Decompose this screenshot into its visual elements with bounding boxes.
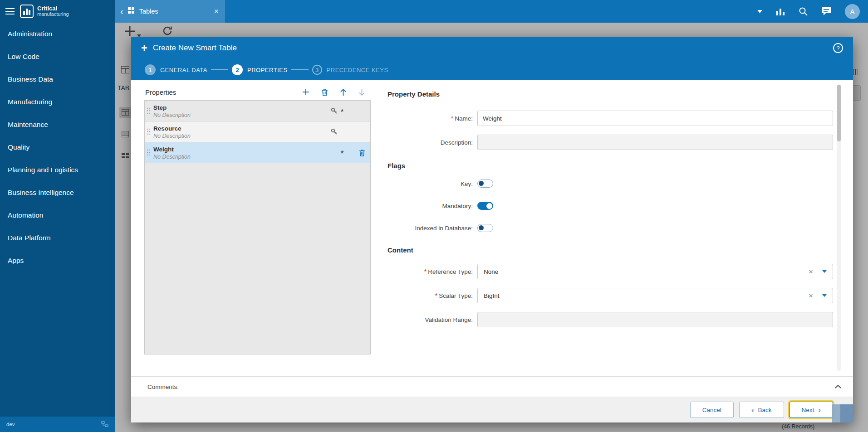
drag-handle-icon[interactable] <box>147 128 150 136</box>
property-row-weight[interactable]: Weight No Description * <box>145 142 370 163</box>
dropdown-caret-icon[interactable] <box>822 294 827 297</box>
sidebar-item-automation[interactable]: Automation <box>0 204 115 227</box>
sidebar-item-business-data[interactable]: Business Data <box>0 68 115 91</box>
drag-handle-icon[interactable] <box>147 107 150 115</box>
clear-icon[interactable]: × <box>809 268 813 276</box>
sidebar-item-planning-and-logistics[interactable]: Planning and Logistics <box>0 159 115 181</box>
sidebar-item-maintenance[interactable]: Maintenance <box>0 113 115 136</box>
sidebar-header: Critical manufacturing <box>0 0 115 23</box>
property-details-panel: Property Details * Name: Description: Fl… <box>371 80 853 376</box>
create-plus-icon: + <box>141 43 147 53</box>
step-2-label: PROPERTIES <box>247 67 288 73</box>
sidebar-item-low-code[interactable]: Low Code <box>0 45 115 68</box>
scalar-type-select[interactable]: BigInt × <box>477 288 833 303</box>
sidebar-item-administration[interactable]: Administration <box>0 23 115 45</box>
back-chevron-icon: ‹ <box>751 406 754 414</box>
step-3-circle: 3 <box>312 65 322 75</box>
scalar-type-row: * Scalar Type: BigInt × <box>387 288 833 303</box>
comments-label: Comments: <box>147 383 179 390</box>
next-button[interactable]: Next › <box>790 402 833 418</box>
name-input[interactable] <box>477 111 833 126</box>
topbar: ‹ Tables × A <box>115 0 868 23</box>
messages-icon[interactable] <box>821 7 831 16</box>
cancel-button[interactable]: Cancel <box>690 402 734 418</box>
sidebar-item-business-intelligence[interactable]: Business Intelligence <box>0 181 115 204</box>
step-connector <box>211 69 228 70</box>
dialog-footer: Cancel ‹ Back Next › <box>131 397 853 422</box>
key-toggle[interactable] <box>477 180 493 188</box>
step-properties[interactable]: 2 PROPERTIES <box>232 64 288 75</box>
clear-icon[interactable]: × <box>809 292 813 300</box>
factory-icon[interactable] <box>776 8 785 15</box>
drag-handle-icon[interactable] <box>147 149 150 157</box>
sidebar-item-manufacturing[interactable]: Manufacturing <box>0 91 115 113</box>
scrollbar-thumb[interactable] <box>837 85 841 141</box>
delete-row-icon[interactable] <box>358 149 367 156</box>
topbar-actions: A <box>757 4 868 19</box>
step-2-circle: 2 <box>232 64 243 75</box>
validation-range-row: Validation Range: <box>387 312 833 327</box>
indexed-flag-row: Indexed in Database: <box>387 224 833 232</box>
menu-toggle-icon[interactable] <box>5 8 15 15</box>
required-marker: * <box>451 115 453 122</box>
dialog-header: + Create New Smart Table ? <box>131 37 853 59</box>
property-row-step[interactable]: Step No Description * <box>145 101 370 121</box>
corner-thumbnail-artifact <box>832 404 853 422</box>
sidebar-item-quality[interactable]: Quality <box>0 136 115 159</box>
properties-toolbar <box>302 88 365 96</box>
add-property-icon[interactable] <box>302 88 309 96</box>
scalar-type-label: * Scalar Type: <box>387 292 477 299</box>
help-icon[interactable]: ? <box>833 43 843 53</box>
move-up-icon[interactable] <box>340 88 347 96</box>
dialog-title: Create New Smart Table <box>153 44 237 53</box>
property-name: Resource <box>153 125 181 132</box>
move-down-icon[interactable] <box>358 88 365 96</box>
user-avatar[interactable]: A <box>845 4 860 19</box>
tabs-dropdown-icon[interactable] <box>757 10 762 13</box>
validation-range-label: Validation Range: <box>387 316 477 323</box>
reference-type-label: * Reference Type: <box>387 268 477 275</box>
environment-label: dev <box>6 422 15 427</box>
tab-label: Tables <box>139 8 209 15</box>
create-smart-table-dialog: + Create New Smart Table ? 1 GENERAL DAT… <box>131 37 853 422</box>
description-input[interactable] <box>477 135 833 150</box>
name-field-row: * Name: <box>387 111 833 126</box>
property-name: Weight <box>153 146 174 153</box>
property-name: Step <box>153 104 167 111</box>
sidebar-item-apps[interactable]: Apps <box>0 249 115 272</box>
description-label: Description: <box>387 139 477 146</box>
property-row-resource[interactable]: Resource No Description <box>145 121 370 142</box>
reference-type-value: None <box>484 268 799 275</box>
property-description: No Description <box>153 154 329 160</box>
application-window: Critical manufacturing Administration Lo… <box>0 0 868 432</box>
reference-type-select[interactable]: None × <box>477 264 833 279</box>
search-icon[interactable] <box>799 7 808 16</box>
tab-tables[interactable]: ‹ Tables × <box>115 0 225 23</box>
indexed-toggle[interactable] <box>477 224 493 232</box>
delete-property-icon[interactable] <box>321 88 328 96</box>
required-marker: * <box>435 292 437 299</box>
tab-close-icon[interactable]: × <box>213 7 220 16</box>
step-3-label: PRECEDENCE KEYS <box>327 67 388 73</box>
key-flag-row: Key: <box>387 180 833 188</box>
tab-back-icon[interactable]: ‹ <box>120 7 123 16</box>
logo-icon <box>20 5 34 18</box>
step-general-data[interactable]: 1 GENERAL DATA <box>145 64 207 75</box>
validation-range-input[interactable] <box>477 312 833 327</box>
collapse-chevron-icon[interactable] <box>835 385 841 388</box>
step-precedence-keys[interactable]: 3 PRECEDENCE KEYS <box>312 65 388 75</box>
vertical-scrollbar[interactable] <box>837 84 841 371</box>
step-connector <box>291 69 309 70</box>
back-button[interactable]: ‹ Back <box>739 402 784 418</box>
connection-icon <box>101 421 108 428</box>
dropdown-caret-icon[interactable] <box>822 270 827 273</box>
critical-manufacturing-logo[interactable]: Critical manufacturing <box>20 5 69 18</box>
comments-section[interactable]: Comments: <box>131 376 853 397</box>
mandatory-toggle[interactable] <box>477 202 493 210</box>
mandatory-marker: * <box>338 146 346 159</box>
sidebar-item-data-platform[interactable]: Data Platform <box>0 227 115 249</box>
scalar-type-value: BigInt <box>484 292 799 299</box>
properties-panel-title: Properties <box>145 88 176 96</box>
step-1-label: GENERAL DATA <box>160 67 207 73</box>
sidebar-nav: Administration Low Code Business Data Ma… <box>0 23 115 272</box>
